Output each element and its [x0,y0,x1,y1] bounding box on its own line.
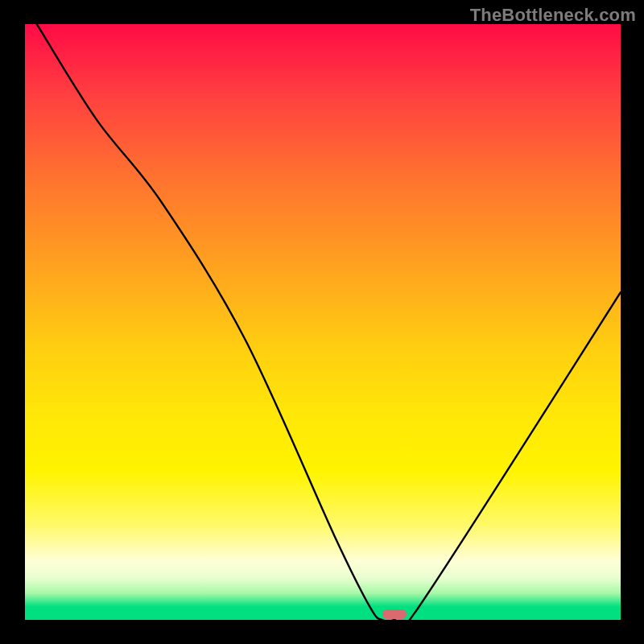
plot-area [25,24,621,620]
optimal-marker [382,609,407,619]
chart-frame: TheBottleneck.com [0,0,644,644]
watermark-text: TheBottleneck.com [470,5,636,26]
bottleneck-curve [25,24,621,620]
